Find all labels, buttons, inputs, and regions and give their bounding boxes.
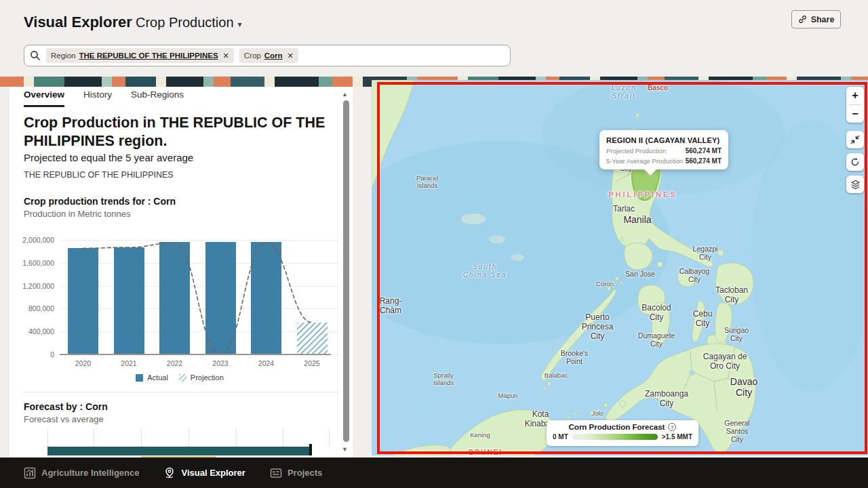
y-tick-label: 0 [50,350,54,359]
nav-item-agriculture-intelligence[interactable]: Agriculture Intelligence [24,467,139,479]
share-button[interactable]: Share [791,10,841,28]
gridline [94,428,94,447]
page-title: Crop Production in THE REPUBLIC OF THE P… [24,114,330,150]
chevron-down-icon: ▾ [238,20,242,29]
map-label: Legazpi City [693,245,718,261]
filter-chip-crop[interactable]: Crop Corn ✕ [239,48,298,63]
x-tick-label: 2022 [167,359,182,367]
filter-value: THE REPUBLIC OF THE PHILIPPINES [79,52,218,60]
nav-label: Visual Explorer [181,468,245,478]
map-label: Davao City [730,376,757,398]
layers-button[interactable] [846,176,864,193]
legend-item-projection: Projection [179,373,224,382]
map-label: Manila [623,214,651,225]
search-bar[interactable]: Region THE REPUBLIC OF THE PHILIPPINES ✕… [24,45,511,66]
y-tick-label: 2,000,000 [22,236,54,244]
map-label: Rang- Chàm [380,297,402,316]
trend-legend: Actual Projection [68,373,292,382]
map-label: Tacloban City [715,286,748,305]
tab-history[interactable]: History [83,89,112,107]
search-icon [30,50,41,61]
forecast-chart [9,427,353,458]
link-icon [798,15,807,24]
map-label: General Santos City [724,419,749,443]
y-tick-label: 1,200,000 [22,282,54,290]
overview-panel: Overview History Sub-Regions Crop Produc… [9,87,353,458]
trend-chart-title: Crop production trends for : Corn [24,196,176,207]
filter-value: Corn [264,52,283,60]
x-axis-line [60,354,331,355]
map-label: Balabac [545,372,568,380]
map-label: Basco [648,84,668,92]
trend-chart [60,240,339,354]
y-tick-label: 800,000 [28,304,54,312]
panel-scrollbar[interactable] [343,100,349,442]
layers-icon [850,180,861,190]
info-icon[interactable]: ? [668,423,676,431]
map-label: South China Sea [463,263,507,279]
map-label: Jolo [591,410,603,418]
region-name: THE REPUBLIC OF THE PHILIPPINES [24,170,174,180]
app-title: Visual Explorer [24,14,132,31]
map-label: Bacolod City [642,304,671,323]
map-label: Luzon Strait [611,84,636,100]
collapse-map-button[interactable] [846,131,864,148]
map-label: Calbayog City [679,267,709,283]
gridline [189,428,189,447]
visual-explorer-app: Visual Explorer Crop Production▾ Share R… [0,0,868,488]
scroll-down-icon[interactable]: ▼ [342,446,348,453]
tooltip-row: Projected Production 560,274 MT [606,147,722,155]
forecast-title: Forecast by : Corn [24,401,108,412]
region-tooltip: REGION II (CAGAYAN VALLEY) Projected Pro… [599,130,728,169]
legend-label: Actual [147,373,168,382]
trend-chart-subtitle: Production in Metric tonnes [24,209,131,219]
legend-item-actual: Actual [136,373,168,382]
capital-marker-icon [629,220,632,223]
nav-item-projects[interactable]: Projects [270,467,322,479]
panel-tabs: Overview History Sub-Regions [24,89,184,107]
rotate-icon [850,157,860,167]
map-panel[interactable]: Luzon StraitBascoParacel IslandsSouth Ch… [372,80,868,455]
zoom-in-button[interactable]: + [846,87,864,104]
map-label: PHILIPPINES [608,190,677,199]
tooltip-title: REGION II (CAGAYAN VALLEY) [606,136,722,144]
share-label: Share [811,15,835,24]
forecast-marker [309,444,312,455]
map-label: Spratly Islands [433,372,454,387]
filter-field: Region [51,52,75,60]
nav-label: Agriculture Intelligence [41,468,139,478]
map-label: Tarlac [613,205,635,214]
analytics-chart-icon [24,467,36,479]
scroll-up-icon[interactable]: ▲ [342,91,348,98]
projection-swatch-icon [179,374,186,382]
filter-chip-region[interactable]: Region THE REPUBLIC OF THE PHILIPPINES ✕ [46,48,234,63]
zoom-out-button[interactable]: − [846,105,864,123]
collapse-icon [850,135,860,144]
map-legend: Corn Production Forecast ? 0 MT >1.5 MMT [547,420,698,446]
tab-sub-regions[interactable]: Sub-Regions [131,89,184,107]
legend-gradient-bar [572,434,658,440]
y-axis: 2,000,0001,600,0001,200,000800,000400,00… [17,240,54,354]
x-tick-label: 2021 [121,359,136,367]
view-selector[interactable]: Crop Production▾ [136,15,242,30]
tooltip-row: 5-Year Average Production 560,274 MT [606,157,722,165]
reset-rotation-button[interactable] [846,153,864,171]
bottom-nav: Agriculture Intelligence Visual Explorer… [0,458,868,488]
gridline [47,428,48,447]
legend-min-label: 0 MT [553,433,568,441]
legend-max-label: >1.5 MMT [662,433,692,441]
nav-item-visual-explorer[interactable]: Visual Explorer [163,467,245,479]
x-tick-label: 2020 [75,359,91,367]
y-tick-label: 1,600,000 [22,259,54,267]
nav-label: Projects [288,468,322,478]
tab-overview[interactable]: Overview [24,89,64,107]
y-tick-label: 400,000 [28,327,54,336]
map-label: Zamboanga City [645,390,688,409]
x-axis: 202020212022202320242025 [60,359,339,369]
map-label: Brooke's Point [561,349,589,365]
actual-swatch-icon [136,374,143,382]
remove-filter-icon[interactable]: ✕ [222,52,229,60]
zoom-controls: + − [846,87,864,123]
forecast-bar [47,447,311,455]
remove-filter-icon[interactable]: ✕ [286,52,294,60]
